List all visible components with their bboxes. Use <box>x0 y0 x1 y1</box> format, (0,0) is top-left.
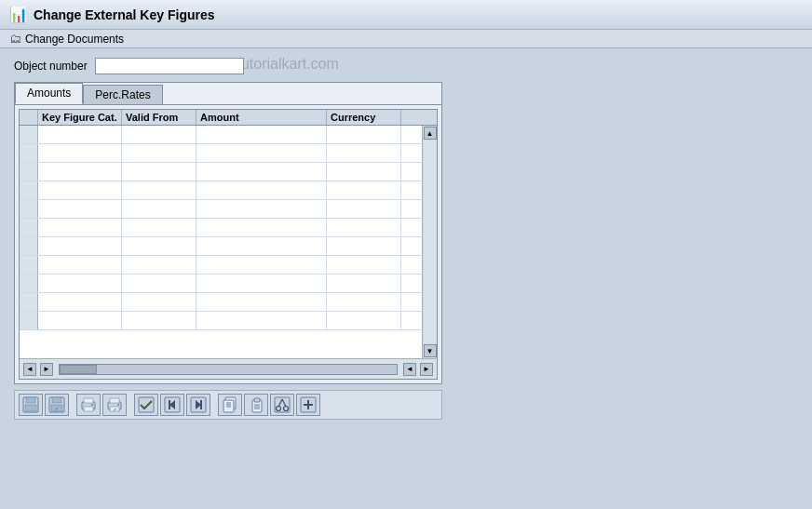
grid-header: Key Figure Cat. Valid From Amount Curren… <box>20 110 437 126</box>
svg-point-14 <box>117 404 119 406</box>
save-button[interactable] <box>19 394 43 416</box>
scroll-down-btn[interactable]: ▼ <box>424 344 437 357</box>
svg-rect-4 <box>52 397 61 403</box>
menu-bar: 🗂 Change Documents © www.tutorialkart.co… <box>0 30 812 48</box>
toolbar-sep2 <box>129 395 132 415</box>
grid-footer: ◄ ► ◄ ► <box>20 358 437 379</box>
vertical-scrollbar[interactable]: ▲ ▼ <box>422 126 437 358</box>
object-number-input[interactable] <box>95 58 244 74</box>
check-icon <box>138 396 155 413</box>
grid-header-sel <box>20 110 38 125</box>
grid-body[interactable] <box>20 126 422 340</box>
print-preview-icon: ↗ <box>106 396 123 413</box>
table-row <box>20 293 422 312</box>
grid-container: Key Figure Cat. Valid From Amount Curren… <box>19 109 438 380</box>
grid-header-amount: Amount <box>196 110 327 125</box>
svg-rect-22 <box>200 400 202 409</box>
table-row <box>20 200 422 219</box>
scroll-left-btn[interactable]: ◄ <box>23 363 36 376</box>
table-row <box>20 144 422 163</box>
toolbar-sep1 <box>71 395 74 415</box>
svg-rect-9 <box>84 407 93 411</box>
print-button[interactable] <box>76 394 101 416</box>
paste-icon <box>248 396 264 413</box>
first-button[interactable] <box>160 394 184 416</box>
last-button[interactable] <box>186 394 210 416</box>
change-docs-icon: 🗂 <box>9 32 21 46</box>
horiz-scrollbar[interactable] <box>59 364 398 375</box>
copy-button[interactable] <box>218 394 242 416</box>
print-icon <box>80 396 97 413</box>
tab-amounts[interactable]: Amounts <box>15 83 83 104</box>
first-icon <box>164 396 181 413</box>
panel-content: Key Figure Cat. Valid From Amount Curren… <box>15 104 441 383</box>
tabs-row: Amounts Perc.Rates <box>15 83 441 104</box>
save-local-icon: ✓ <box>48 396 65 413</box>
tab-percrates[interactable]: Perc.Rates <box>83 85 162 104</box>
save-icon <box>22 396 39 413</box>
horiz-thumb <box>60 365 97 374</box>
table-row <box>20 256 422 275</box>
table-row <box>20 237 422 256</box>
scroll-track <box>424 141 437 343</box>
cut-button[interactable] <box>270 394 294 416</box>
print-preview-button[interactable]: ↗ <box>102 394 127 416</box>
paste-button[interactable] <box>244 394 268 416</box>
save-local-button[interactable]: ✓ <box>45 394 69 416</box>
grid-header-keyfigcat: Key Figure Cat. <box>38 110 122 125</box>
insert-button[interactable] <box>296 394 320 416</box>
toolbar: ✓ ↗ <box>14 390 442 420</box>
grid-header-validfrom: Valid From <box>122 110 196 125</box>
svg-rect-2 <box>25 405 36 411</box>
table-row <box>20 275 422 293</box>
table-row <box>20 163 422 181</box>
svg-rect-12 <box>110 398 119 403</box>
svg-rect-29 <box>254 398 260 402</box>
panel: Amounts Perc.Rates Key Figure Cat. Valid… <box>14 82 442 384</box>
svg-point-10 <box>91 404 93 406</box>
title-icon: 📊 <box>9 6 28 23</box>
svg-text:↗: ↗ <box>113 407 116 412</box>
svg-text:✓: ✓ <box>55 406 59 411</box>
svg-rect-8 <box>84 398 93 403</box>
toolbar-sep3 <box>212 395 216 415</box>
insert-icon <box>300 396 317 413</box>
scroll-right-btn[interactable]: ► <box>40 363 53 376</box>
last-icon <box>190 396 207 413</box>
object-number-row: Object number <box>14 58 798 74</box>
object-number-label: Object number <box>14 60 88 73</box>
svg-rect-19 <box>169 400 170 409</box>
table-row <box>20 312 422 330</box>
scroll-left2-btn[interactable]: ◄ <box>403 363 416 376</box>
check-button[interactable] <box>134 394 158 416</box>
copy-icon <box>222 396 238 413</box>
svg-rect-1 <box>26 397 35 403</box>
page-title: Change External Key Figures <box>34 7 215 22</box>
table-row <box>20 126 422 144</box>
table-row <box>20 181 422 200</box>
grid-header-currency: Currency <box>327 110 401 125</box>
table-row <box>20 219 422 237</box>
title-bar: 📊 Change External Key Figures <box>0 0 812 30</box>
change-docs-label[interactable]: Change Documents <box>25 33 124 46</box>
scroll-right2-btn[interactable]: ► <box>420 363 433 376</box>
cut-icon <box>274 396 291 413</box>
scroll-up-btn[interactable]: ▲ <box>424 127 437 140</box>
